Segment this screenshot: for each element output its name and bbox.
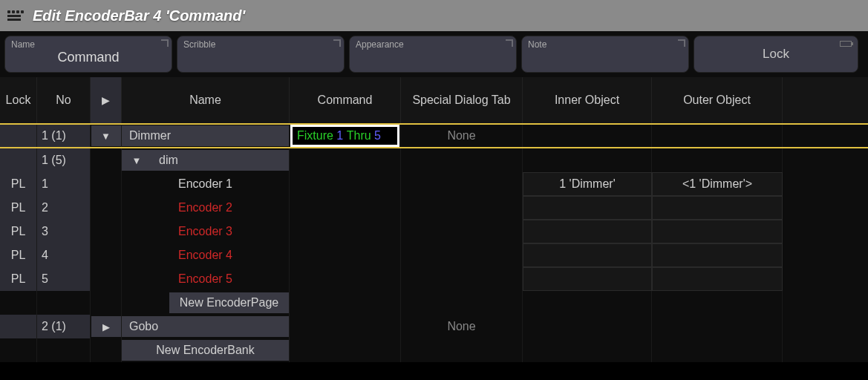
cell-name[interactable]: ▼ dim — [122, 148, 290, 172]
new-encoder-page-button[interactable]: New EncoderPage — [169, 292, 289, 313]
cell-no[interactable]: 3 — [37, 220, 91, 243]
name-field[interactable]: Name Command — [4, 36, 172, 73]
name-label: Gobo — [122, 316, 289, 337]
cell-no[interactable]: 2 (1) — [37, 315, 91, 338]
cell-command[interactable] — [290, 243, 401, 267]
cell-lock[interactable]: PL — [0, 267, 37, 291]
cell-outer[interactable] — [652, 196, 783, 220]
cell-name[interactable]: Encoder 2 — [122, 196, 290, 220]
cell-special[interactable]: None — [401, 315, 523, 338]
row-encoder-1[interactable]: PL 1 Encoder 1 1 'Dimmer' <1 'Dimmer'> — [0, 172, 868, 196]
cell-lock[interactable] — [0, 148, 37, 172]
cell-outer[interactable] — [652, 243, 783, 267]
col-lock[interactable]: Lock — [0, 77, 37, 123]
command-input-selected[interactable]: Fixture 1 Thru 5 — [290, 125, 399, 147]
cell-command[interactable] — [290, 196, 401, 220]
cell-name[interactable]: Encoder 3 — [122, 220, 290, 243]
cell-lock[interactable]: PL — [0, 243, 37, 267]
cell-outer[interactable] — [652, 220, 783, 243]
col-name[interactable]: Name — [122, 77, 290, 123]
cell-lock[interactable] — [0, 315, 37, 338]
cell-inner[interactable] — [523, 315, 652, 338]
cell-expand — [91, 338, 122, 362]
cell-name[interactable]: Encoder 5 — [122, 267, 290, 291]
note-field[interactable]: Note — [521, 36, 689, 73]
col-no[interactable]: No — [37, 77, 91, 123]
cell-no[interactable]: 1 — [37, 172, 91, 196]
col-inner-object[interactable]: Inner Object — [523, 77, 652, 123]
cell-no[interactable]: 1 (1) — [37, 125, 91, 147]
col-outer-object[interactable]: Outer Object — [652, 77, 783, 123]
chevron-right-icon[interactable]: ▶ — [91, 316, 121, 337]
appearance-field[interactable]: Appearance — [349, 36, 517, 73]
cell-special[interactable] — [401, 267, 523, 291]
cell-expand[interactable]: ▼ — [91, 125, 122, 147]
cell-inner — [523, 338, 652, 362]
cell-no[interactable]: 5 — [37, 267, 91, 291]
cell-special[interactable] — [401, 196, 523, 220]
cell-inner[interactable] — [523, 243, 652, 267]
cell-inner[interactable]: 1 'Dimmer' — [523, 172, 652, 196]
cell-outer[interactable] — [652, 267, 783, 291]
cell-special[interactable] — [401, 220, 523, 243]
row-encoder-4[interactable]: PL 4 Encoder 4 — [0, 243, 868, 267]
cell-command[interactable]: Fixture 1 Thru 5 — [290, 125, 401, 147]
cell-name[interactable]: New EncoderPage — [122, 291, 290, 315]
cell-no[interactable]: 1 (5) — [37, 148, 91, 172]
cell-name[interactable]: Dimmer — [122, 125, 290, 147]
name-value: Command — [11, 50, 166, 65]
row-encoder-3[interactable]: PL 3 Encoder 3 — [0, 220, 868, 243]
cell-command[interactable] — [290, 220, 401, 243]
cell-lock — [0, 291, 37, 315]
cell-lock[interactable]: PL — [0, 220, 37, 243]
cell-name[interactable]: Encoder 4 — [122, 243, 290, 267]
cell-inner[interactable] — [523, 148, 652, 172]
cell-expand[interactable]: ▶ — [91, 315, 122, 338]
new-encoder-bank-button[interactable]: New EncoderBank — [122, 340, 289, 361]
chevron-down-icon[interactable]: ▼ — [122, 150, 151, 171]
cell-name[interactable]: New EncoderBank — [122, 338, 290, 362]
cell-inner[interactable] — [523, 196, 652, 220]
row-new-encoder-bank[interactable]: New EncoderBank — [0, 338, 868, 362]
row-gobo[interactable]: 2 (1) ▶ Gobo None — [0, 315, 868, 338]
cell-command[interactable] — [290, 172, 401, 196]
name-label: Dimmer — [122, 125, 289, 146]
cell-lock[interactable]: PL — [0, 172, 37, 196]
cell-expand — [91, 291, 122, 315]
cell-special[interactable] — [401, 243, 523, 267]
row-dimmer[interactable]: 1 (1) ▼ Dimmer Fixture 1 Thru 5 None — [0, 125, 868, 148]
cell-no[interactable]: 4 — [37, 243, 91, 267]
col-command[interactable]: Command — [290, 77, 401, 123]
row-encoder-2[interactable]: PL 2 Encoder 2 — [0, 196, 868, 220]
cell-no — [37, 291, 91, 315]
note-label: Note — [528, 39, 682, 50]
cell-command[interactable] — [290, 267, 401, 291]
cell-special[interactable]: None — [401, 125, 523, 147]
col-special-dialog-tab[interactable]: Special Dialog Tab — [401, 77, 523, 123]
lock-button[interactable]: Lock — [694, 36, 858, 73]
row-new-encoder-page[interactable]: New EncoderPage — [0, 291, 868, 315]
lock-label: Lock — [763, 47, 789, 62]
cell-lock[interactable] — [0, 125, 37, 147]
cell-outer[interactable] — [652, 315, 783, 338]
chevron-down-icon[interactable]: ▼ — [91, 125, 121, 146]
row-encoder-5[interactable]: PL 5 Encoder 5 — [0, 267, 868, 291]
cell-outer[interactable] — [652, 148, 783, 172]
col-expand[interactable]: ▶ — [91, 77, 122, 123]
cell-inner[interactable] — [523, 220, 652, 243]
row-dim[interactable]: 1 (5) ▼ dim — [0, 148, 868, 172]
cell-command[interactable] — [290, 148, 401, 172]
scribble-field[interactable]: Scribble — [177, 36, 345, 73]
cell-outer[interactable] — [652, 125, 783, 147]
cell-inner[interactable] — [523, 125, 652, 147]
cell-lock[interactable]: PL — [0, 196, 37, 220]
cell-name[interactable]: Gobo — [122, 315, 290, 338]
cell-outer[interactable]: <1 'Dimmer'> — [652, 172, 783, 196]
cell-name[interactable]: Encoder 1 — [122, 172, 290, 196]
cell-special[interactable] — [401, 148, 523, 172]
cell-no[interactable]: 2 — [37, 196, 91, 220]
cell-special[interactable] — [401, 172, 523, 196]
cmd-keyword: Thru — [347, 129, 371, 142]
cell-command[interactable] — [290, 315, 401, 338]
cell-inner[interactable] — [523, 267, 652, 291]
